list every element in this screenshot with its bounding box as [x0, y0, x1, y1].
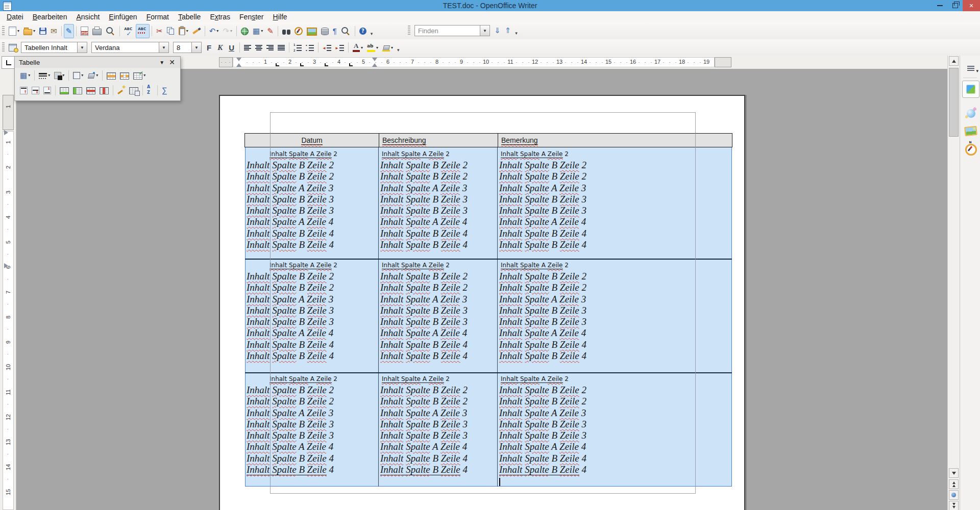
formatting-marks-button[interactable]: ¶: [331, 24, 339, 38]
menu-fenster[interactable]: Fenster: [235, 12, 268, 22]
justified-button[interactable]: [276, 40, 287, 55]
align-left-button[interactable]: [242, 40, 253, 55]
highlighting-button[interactable]: ▾: [365, 40, 380, 55]
menu-extras[interactable]: Extras: [205, 12, 235, 22]
table-cell[interactable]: Inhalt Spalte A Zeile 2Inhalt Spalte B Z…: [245, 373, 379, 486]
cut-button[interactable]: ✂: [154, 24, 165, 38]
sidebar-settings[interactable]: [962, 60, 979, 77]
toolbar-options-button[interactable]: [395, 40, 404, 55]
paragraph-style-combo[interactable]: Tabellen Inhalt▼: [21, 42, 87, 53]
spellcheck-button[interactable]: [122, 24, 136, 38]
underline-button[interactable]: U: [226, 40, 237, 55]
restore-button[interactable]: [947, 0, 963, 11]
indent-marker[interactable]: [372, 63, 377, 67]
navigator-deck-tab[interactable]: [962, 141, 979, 158]
gallery-deck-tab[interactable]: [962, 122, 979, 140]
edit-file-button[interactable]: ✎: [64, 24, 75, 38]
data-sources-button[interactable]: [319, 24, 331, 38]
navigation-button[interactable]: [949, 490, 959, 500]
scroll-up-button[interactable]: [949, 56, 959, 66]
close-toolbar-button[interactable]: ✕: [168, 58, 176, 66]
zoom-button[interactable]: [339, 24, 353, 38]
insert-row-button[interactable]: [58, 83, 71, 97]
find-replace-button[interactable]: [280, 24, 292, 38]
sum-button[interactable]: ∑: [160, 83, 169, 97]
menu-datei[interactable]: Datei: [2, 12, 28, 22]
indent-marker[interactable]: [372, 58, 377, 61]
toolbar-grip[interactable]: [2, 26, 5, 36]
minimize-button[interactable]: [932, 0, 947, 11]
find-down-button[interactable]: ⇓: [492, 23, 503, 38]
line-style-button[interactable]: ▾: [37, 68, 52, 83]
align-top-button[interactable]: [18, 83, 30, 97]
styles-window-button[interactable]: [7, 40, 19, 55]
table-cell[interactable]: Inhalt Spalte A Zeile 2Inhalt Spalte B Z…: [498, 148, 732, 258]
font-name-combo[interactable]: Verdana▼: [91, 42, 169, 53]
table-background-button[interactable]: ▾: [85, 68, 100, 83]
delete-row-button[interactable]: [84, 83, 97, 97]
table-cell[interactable]: Inhalt Spalte A Zeile 2Inhalt Spalte B Z…: [498, 260, 732, 371]
previous-page-button[interactable]: [949, 479, 959, 489]
table-cell[interactable]: Inhalt Spalte A Zeile 2Inhalt Spalte B Z…: [379, 373, 498, 486]
indent-marker[interactable]: [236, 58, 241, 61]
insert-column-button[interactable]: [71, 83, 84, 97]
menu-einfgen[interactable]: Einfügen: [104, 12, 141, 22]
menu-hilfe[interactable]: Hilfe: [268, 12, 292, 22]
sort-button[interactable]: [145, 83, 155, 97]
table-cell[interactable]: Inhalt Spalte A Zeile 2Inhalt Spalte B Z…: [379, 260, 498, 371]
redo-button[interactable]: ↷▾: [220, 24, 234, 38]
scroll-thumb[interactable]: [949, 68, 959, 137]
close-button[interactable]: ×: [963, 0, 980, 11]
page-preview-button[interactable]: [104, 24, 117, 38]
align-center-button[interactable]: [253, 40, 264, 55]
chevron-down-icon[interactable]: ▼: [159, 42, 168, 53]
styles-deck-tab[interactable]: [962, 105, 979, 122]
table-cell[interactable]: Inhalt Spalte A Zeile 2Inhalt Spalte B Z…: [498, 373, 732, 486]
optimize-button[interactable]: ▾: [131, 68, 148, 83]
menu-ansicht[interactable]: Ansicht: [71, 12, 104, 22]
menu-tabelle[interactable]: Tabelle: [174, 12, 205, 22]
merge-cells-button[interactable]: [105, 68, 118, 83]
copy-button[interactable]: [165, 24, 177, 38]
align-right-button[interactable]: [264, 40, 276, 55]
clone-formatting-button[interactable]: [190, 24, 203, 38]
vertical-scrollbar[interactable]: [947, 56, 960, 510]
help-button[interactable]: [357, 24, 369, 38]
find-input[interactable]: Finden ▼: [414, 25, 490, 36]
split-cells-button[interactable]: [118, 68, 131, 83]
line-color-button[interactable]: ▾: [52, 68, 66, 83]
font-size-combo[interactable]: 8▼: [173, 42, 202, 53]
toolbar-options-button[interactable]: [369, 24, 377, 38]
navigator-button[interactable]: [292, 24, 305, 38]
borders-button[interactable]: ▾: [71, 68, 85, 83]
table-cell[interactable]: Inhalt Spalte A Zeile 2Inhalt Spalte B Z…: [245, 148, 379, 258]
properties-deck-tab[interactable]: [962, 81, 979, 98]
delete-column-button[interactable]: [97, 83, 111, 97]
export-pdf-button[interactable]: [79, 24, 90, 38]
chevron-down-icon[interactable]: ▼: [191, 42, 201, 53]
chevron-down-icon[interactable]: ▼: [77, 42, 87, 53]
vertical-ruler[interactable]: 1123456789101112131415··············: [3, 69, 14, 510]
indent-marker[interactable]: [4, 130, 8, 135]
bold-button[interactable]: F: [204, 40, 214, 55]
table-properties-button[interactable]: [127, 83, 140, 97]
hyperlink-button[interactable]: [239, 24, 251, 38]
toolbar-options-button[interactable]: [513, 23, 522, 38]
indent-marker[interactable]: [4, 263, 8, 268]
column-header-beschreibung[interactable]: Beschreibung: [379, 134, 498, 147]
column-header-datum[interactable]: Datum: [245, 134, 379, 147]
table-cell[interactable]: Inhalt Spalte A Zeile 2Inhalt Spalte B Z…: [245, 260, 379, 371]
new-document-button[interactable]: ▾: [7, 24, 21, 38]
numbered-list-button[interactable]: [291, 40, 304, 55]
table-cell[interactable]: Inhalt Spalte A Zeile 2Inhalt Spalte B Z…: [379, 148, 498, 258]
increase-indent-button[interactable]: [333, 40, 346, 55]
indent-marker[interactable]: [236, 63, 241, 67]
insert-table-button[interactable]: ▦▾: [251, 24, 265, 38]
save-button[interactable]: [37, 24, 48, 38]
column-header-bemerkung[interactable]: Bemerkung: [498, 134, 732, 147]
open-button[interactable]: ▾: [21, 24, 37, 38]
font-color-button[interactable]: ▾: [351, 40, 365, 55]
menu-format[interactable]: Format: [142, 12, 174, 22]
undo-button[interactable]: ↶▾: [207, 24, 221, 38]
chevron-down-icon[interactable]: ▼: [480, 26, 489, 36]
